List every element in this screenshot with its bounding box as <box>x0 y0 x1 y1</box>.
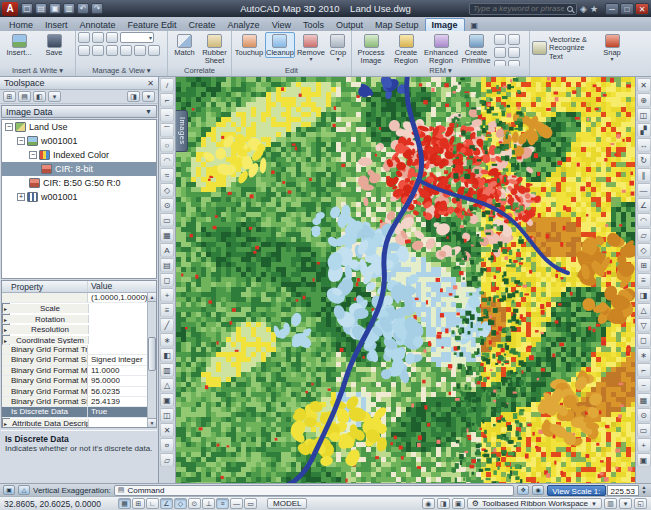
modify-tool-icon[interactable]: ↻ <box>637 153 651 167</box>
draw-tool-icon[interactable]: △ <box>160 378 174 392</box>
modify-tool-icon[interactable]: ⌐ <box>637 363 651 377</box>
toolbar-lock-icon[interactable]: ▥ <box>604 498 617 509</box>
panel-label-insert-write[interactable]: Insert & Write ▾ <box>0 66 75 76</box>
property-row[interactable]: Binary Grid Format MinValu 11.0000 <box>2 366 156 376</box>
modify-tool-icon[interactable]: ▦ <box>637 393 651 407</box>
transparency-icon[interactable] <box>120 45 132 56</box>
touchup-button[interactable]: Touchup <box>234 32 264 58</box>
rubber-sheet-button[interactable]: Rubber Sheet <box>200 32 229 66</box>
workspace-switcher[interactable]: ⚙ Toolbased Ribbon Workspace ▼ <box>467 498 602 509</box>
draw-tool-icon[interactable]: ◇ <box>160 183 174 197</box>
modify-tool-icon[interactable]: ▣ <box>637 453 651 467</box>
modify-tool-icon[interactable]: ◫ <box>637 108 651 122</box>
image-select-combo[interactable]: ▾ <box>120 32 154 43</box>
collapse-icon[interactable]: − <box>17 137 25 145</box>
draw-tool-icon[interactable]: ▭ <box>160 213 174 227</box>
rem-tool-icon-3[interactable] <box>494 47 506 58</box>
property-column-header[interactable]: Property <box>2 281 88 292</box>
modify-tool-icon[interactable]: ⊙ <box>637 408 651 422</box>
annotation-scale-icon[interactable]: ▣ <box>3 485 15 495</box>
property-row[interactable]: Coordinate System NAD83.Unknow <box>2 335 10 345</box>
draw-tool-icon[interactable]: ⌒ <box>160 123 174 137</box>
tab-annotate[interactable]: Annotate <box>74 19 122 31</box>
property-row[interactable]: Resolution 30.0000, 30.00 <box>2 324 10 334</box>
draw-tool-icon[interactable]: ≈ <box>160 168 174 182</box>
favorites-star-icon[interactable]: ★ <box>590 3 598 15</box>
toolspace-close-icon[interactable]: ✕ <box>147 79 154 88</box>
annotation-scale-icon-2[interactable]: ▣ <box>452 498 465 509</box>
map-canvas[interactable] <box>176 77 635 483</box>
scroll-up-icon[interactable]: ▲ <box>148 293 156 302</box>
draw-tool-icon[interactable]: ▦ <box>160 228 174 242</box>
view-scale-spinner[interactable]: ▲▼ <box>640 485 648 495</box>
crop-button[interactable]: Crop ▾ <box>327 32 349 63</box>
qp-toggle[interactable]: ▭ <box>244 498 257 509</box>
tab-feature-edit[interactable]: Feature Edit <box>122 19 183 31</box>
view-scale-value[interactable]: 225.53 <box>607 485 639 496</box>
property-grid-scrollbar[interactable]: ▲ ▼ <box>147 293 156 427</box>
snap-button[interactable]: Snap ▾ <box>597 32 627 63</box>
modify-tool-icon[interactable]: ▱ <box>637 228 651 242</box>
polar-toggle[interactable]: ∠ <box>160 498 173 509</box>
process-image-button[interactable]: Process Image ▾ <box>354 32 388 71</box>
panel-label-edit[interactable]: Edit <box>232 66 351 76</box>
draw-tool-icon[interactable]: ⌐ <box>160 93 174 107</box>
snap-toggle[interactable]: ▦ <box>118 498 131 509</box>
draw-tool-icon[interactable]: A <box>160 243 174 257</box>
new-file-icon[interactable]: ▢ <box>21 3 33 14</box>
status-menu-icon[interactable]: ▾ <box>619 498 632 509</box>
draw-tool-icon[interactable]: / <box>160 78 174 92</box>
ortho-toggle[interactable]: ∟ <box>146 498 159 509</box>
property-row[interactable]: Scale 1.0000, 1.0000 <box>2 303 10 313</box>
property-row[interactable]: Binary Grid Format StdDev 25.4139 <box>2 397 156 407</box>
modify-tool-icon[interactable]: △ <box>637 303 651 317</box>
modify-tool-icon[interactable]: ∥ <box>637 168 651 182</box>
image-info-icon[interactable] <box>106 45 118 56</box>
tab-analyze[interactable]: Analyze <box>222 19 266 31</box>
image-manager-icon[interactable] <box>92 45 104 56</box>
remove-dropdown-icon[interactable]: ▾ <box>309 57 312 62</box>
modify-tool-icon[interactable]: ✕ <box>637 78 651 92</box>
tree-item-cir-rgb[interactable]: CIR: B:50 G:50 R:0 <box>2 176 156 190</box>
otrack-toggle[interactable]: ⊙ <box>188 498 201 509</box>
expand-icon[interactable]: + <box>17 193 25 201</box>
property-row[interactable]: (1.0000,1.0000) <box>2 293 156 303</box>
tab-home[interactable]: Home <box>3 19 39 31</box>
property-row[interactable]: Rotation 0 <box>2 314 10 324</box>
ts-insert-icon[interactable]: ⊞ <box>3 91 16 102</box>
search-input[interactable] <box>473 4 564 13</box>
tab-image[interactable]: Image <box>425 18 465 31</box>
open-file-icon[interactable]: ▤ <box>35 3 47 14</box>
value-column-header[interactable]: Value <box>88 281 156 292</box>
toolspace-titlebar[interactable]: Toolspace ✕ <box>0 77 158 90</box>
insert-image-button[interactable]: Insert... <box>2 32 36 58</box>
property-row[interactable]: Binary Grid Format MeanVa 56.0235 <box>2 387 156 397</box>
vectorize-button[interactable]: Vectorize & Recognize Text <box>532 32 596 61</box>
draw-tool-icon[interactable]: ▤ <box>160 258 174 272</box>
close-button[interactable]: ✕ <box>635 3 649 15</box>
application-menu-button[interactable]: A <box>2 2 18 16</box>
enhanced-region-button[interactable]: Enhanced Region ▾ <box>424 32 458 71</box>
grid-toggle[interactable]: ⊞ <box>132 498 145 509</box>
draw-tool-icon[interactable]: ~ <box>160 108 174 122</box>
ts-filter-icon[interactable]: ◧ <box>33 91 46 102</box>
property-row[interactable]: Binary Grid Format MaxVal 95.0000 <box>2 376 156 386</box>
cleanscreen-icon[interactable]: ◱ <box>634 498 647 509</box>
draw-tool-icon[interactable]: ¤ <box>160 438 174 452</box>
ts-view-icon[interactable]: ◨ <box>127 91 140 102</box>
modify-tool-icon[interactable]: ◠ <box>637 213 651 227</box>
command-line[interactable]: ▤ Command <box>114 485 514 496</box>
lwt-toggle[interactable]: — <box>230 498 243 509</box>
modify-tool-icon[interactable]: ◨ <box>637 288 651 302</box>
draw-tool-icon[interactable]: ▱ <box>160 453 174 467</box>
tab-insert[interactable]: Insert <box>39 19 74 31</box>
modify-tool-icon[interactable]: ~ <box>637 378 651 392</box>
draw-tool-icon[interactable]: ≡ <box>160 303 174 317</box>
collapse-icon[interactable]: − <box>5 123 13 131</box>
save-file-icon[interactable]: ▣ <box>49 3 61 14</box>
panel-label-rem[interactable]: REM ▾ <box>352 66 529 76</box>
model-button[interactable]: MODEL <box>267 498 307 509</box>
modify-tool-icon[interactable]: ▭ <box>637 423 651 437</box>
scroll-down-icon[interactable]: ▼ <box>148 418 156 427</box>
palette-tool-icon[interactable] <box>148 45 160 56</box>
